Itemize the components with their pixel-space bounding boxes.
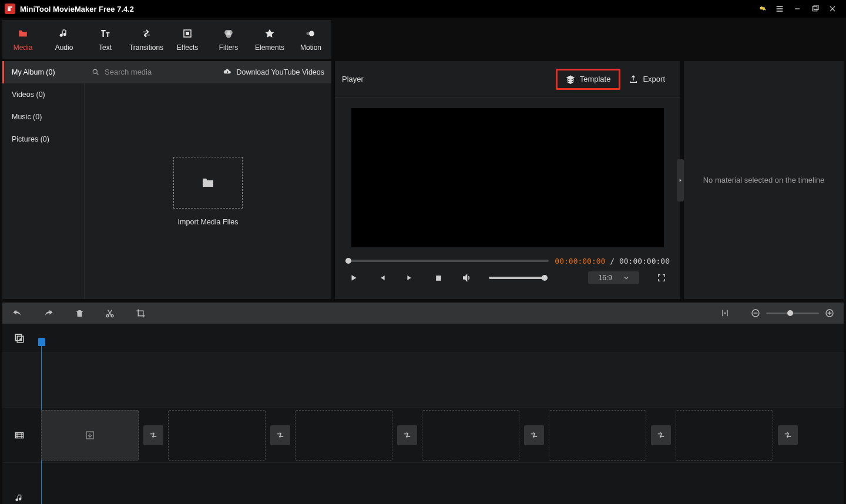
key-icon[interactable] bbox=[753, 0, 771, 18]
timeline-clip-slot[interactable] bbox=[168, 410, 266, 461]
search-placeholder: Search media bbox=[105, 68, 152, 76]
tab-text[interactable]: Text bbox=[85, 20, 126, 59]
redo-icon[interactable] bbox=[43, 308, 54, 318]
transition-slot[interactable] bbox=[778, 425, 798, 445]
tab-label: Media bbox=[14, 43, 33, 52]
trash-icon[interactable] bbox=[75, 308, 84, 318]
time-separator: / bbox=[605, 257, 619, 266]
svg-rect-1 bbox=[814, 5, 818, 10]
export-button[interactable]: Export bbox=[620, 69, 673, 90]
sidebar-item-videos[interactable]: Videos (0) bbox=[2, 83, 84, 106]
transition-slot[interactable] bbox=[524, 425, 544, 445]
import-icon bbox=[85, 430, 95, 441]
tab-filters[interactable]: Filters bbox=[208, 20, 249, 59]
media-pane: My Album (0) Search media Download YouTu… bbox=[2, 61, 331, 299]
svg-point-9 bbox=[93, 69, 97, 73]
tab-label: Motion bbox=[300, 43, 321, 52]
layers-icon bbox=[566, 75, 575, 84]
tab-media[interactable]: Media bbox=[2, 20, 43, 59]
download-youtube-button[interactable]: Download YouTube Videos bbox=[223, 68, 324, 76]
scissors-icon[interactable] bbox=[105, 308, 115, 318]
search-input[interactable]: Search media bbox=[92, 68, 217, 76]
template-button[interactable]: Template bbox=[556, 69, 621, 90]
transition-slot[interactable] bbox=[397, 425, 417, 445]
zoom-out-icon[interactable] bbox=[751, 308, 760, 318]
zoom-slider[interactable] bbox=[766, 313, 819, 314]
folder-icon bbox=[17, 27, 29, 40]
timeline-video-track bbox=[2, 352, 844, 407]
fullscreen-icon[interactable] bbox=[656, 273, 667, 283]
folder-icon bbox=[200, 176, 216, 190]
volume-slider[interactable] bbox=[489, 277, 548, 279]
minimize-icon[interactable] bbox=[788, 0, 806, 18]
main-tab-bar: Media Audio Text Transitions Effects Fil… bbox=[2, 20, 331, 59]
import-box bbox=[173, 157, 243, 209]
ratio-value: 16:9 bbox=[599, 274, 612, 282]
properties-empty-msg: No material selected on the timeline bbox=[703, 176, 825, 184]
tab-transitions[interactable]: Transitions bbox=[126, 20, 167, 59]
svg-point-8 bbox=[307, 32, 310, 35]
prev-frame-icon[interactable] bbox=[376, 274, 388, 282]
app-title: MiniTool MovieMaker Free 7.4.2 bbox=[20, 5, 134, 14]
tab-audio[interactable]: Audio bbox=[43, 20, 85, 59]
next-frame-icon[interactable] bbox=[404, 274, 416, 282]
sidebar-item-pictures[interactable]: Pictures (0) bbox=[2, 128, 84, 150]
panel-expand-handle[interactable] bbox=[677, 159, 684, 201]
tab-label: Elements bbox=[255, 43, 284, 52]
menu-icon[interactable] bbox=[771, 0, 788, 18]
close-icon[interactable] bbox=[824, 0, 841, 18]
import-label: Import Media Files bbox=[178, 218, 239, 226]
timeline-fit-icon[interactable] bbox=[720, 308, 730, 318]
motion-icon bbox=[306, 27, 316, 40]
sidebar-item-label: Pictures (0) bbox=[12, 135, 49, 143]
timeline-clip-slot[interactable] bbox=[676, 410, 773, 461]
timeline-video-track bbox=[2, 407, 844, 462]
sidebar-item-label: My Album (0) bbox=[12, 68, 55, 76]
seek-slider[interactable] bbox=[345, 260, 549, 262]
undo-icon[interactable] bbox=[12, 308, 22, 318]
transition-slot[interactable] bbox=[143, 425, 163, 445]
timeline-clip-slot[interactable] bbox=[422, 410, 519, 461]
video-track-icon bbox=[14, 431, 25, 440]
filters-icon bbox=[223, 27, 234, 40]
cloud-download-icon bbox=[223, 68, 232, 76]
tab-label: Filters bbox=[219, 43, 239, 52]
properties-pane: No material selected on the timeline bbox=[684, 61, 844, 299]
svg-rect-0 bbox=[813, 6, 817, 11]
search-icon bbox=[92, 68, 100, 76]
svg-point-12 bbox=[111, 315, 113, 317]
svg-point-6 bbox=[226, 33, 231, 38]
sidebar-item-label: Music (0) bbox=[12, 113, 42, 121]
transitions-icon bbox=[140, 27, 152, 40]
tab-elements[interactable]: Elements bbox=[249, 20, 290, 59]
crop-icon[interactable] bbox=[136, 308, 146, 318]
player-pane: Player Template Export 00:00:00:00 / 00:… bbox=[335, 61, 680, 299]
maximize-icon[interactable] bbox=[806, 0, 824, 18]
timeline-clip-slot[interactable] bbox=[41, 410, 139, 461]
timeline-clip-slot[interactable] bbox=[549, 410, 646, 461]
svg-rect-10 bbox=[436, 275, 441, 281]
tab-label: Text bbox=[99, 43, 112, 52]
timeline-audio-track bbox=[2, 462, 844, 504]
svg-point-11 bbox=[106, 315, 109, 317]
add-track-icon[interactable] bbox=[14, 333, 25, 344]
aspect-ratio-select[interactable]: 16:9 bbox=[588, 271, 639, 284]
text-icon bbox=[99, 27, 112, 40]
transition-slot[interactable] bbox=[270, 425, 290, 445]
volume-icon[interactable] bbox=[461, 273, 472, 283]
timeline-clip-slot[interactable] bbox=[295, 410, 392, 461]
titlebar: MiniTool MovieMaker Free 7.4.2 bbox=[0, 0, 846, 18]
player-title: Player bbox=[342, 75, 556, 83]
import-media-dropzone[interactable]: Import Media Files bbox=[85, 83, 331, 299]
music-note-icon bbox=[15, 493, 24, 503]
tab-motion[interactable]: Motion bbox=[290, 20, 331, 59]
stop-icon[interactable] bbox=[432, 274, 444, 282]
transition-slot[interactable] bbox=[651, 425, 671, 445]
effects-icon bbox=[182, 27, 193, 40]
sidebar-item-music[interactable]: Music (0) bbox=[2, 106, 84, 128]
zoom-in-icon[interactable] bbox=[825, 308, 834, 318]
current-time: 00:00:00:00 bbox=[555, 257, 605, 266]
sidebar-item-my-album[interactable]: My Album (0) bbox=[2, 61, 85, 83]
tab-effects[interactable]: Effects bbox=[167, 20, 208, 59]
play-icon[interactable] bbox=[348, 273, 360, 283]
